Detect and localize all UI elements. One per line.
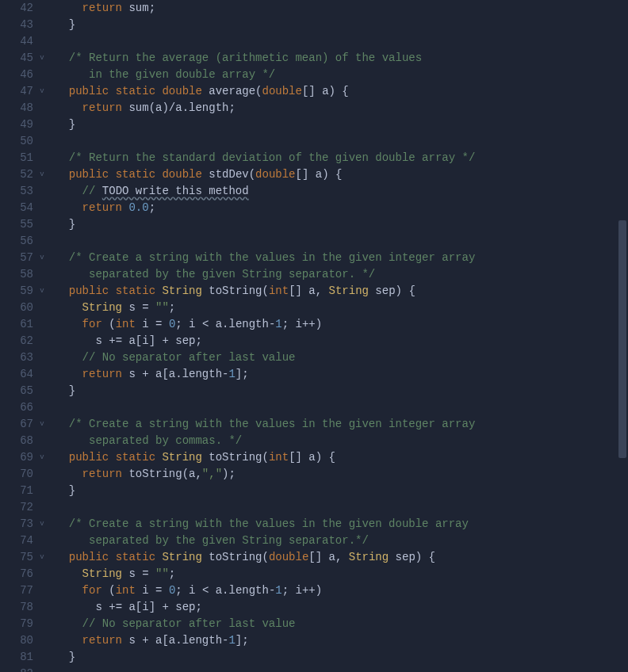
code-line[interactable]: 62 s += a[i] + sep;: [0, 333, 628, 349]
code-line[interactable]: 45v /* Return the average (arithmetic me…: [0, 50, 628, 67]
code-line[interactable]: 58 separated by the given String separat…: [0, 266, 628, 283]
fold-indicator[interactable]: v: [38, 50, 46, 67]
code-content[interactable]: for (int i = 0; i < a.length-1; i++): [46, 316, 322, 333]
fold-indicator[interactable]: v: [38, 283, 46, 300]
code-content[interactable]: public static String toString(int[] a) {: [46, 449, 335, 466]
code-line[interactable]: 79 // No separator after last value: [0, 616, 628, 632]
code-content[interactable]: [46, 399, 56, 416]
code-content[interactable]: separated by the given String separator.…: [46, 266, 375, 283]
code-content[interactable]: /* Create a string with the values in th…: [46, 416, 475, 433]
code-line[interactable]: 69v public static String toString(int[] …: [0, 449, 628, 466]
code-line[interactable]: 59v public static String toString(int[] …: [0, 283, 628, 300]
code-content[interactable]: in the given double array */: [46, 67, 275, 83]
code-content[interactable]: s += a[i] + sep;: [46, 333, 202, 349]
fold-indicator[interactable]: v: [38, 549, 46, 566]
code-line[interactable]: 71 }: [0, 483, 628, 499]
code-content[interactable]: s += a[i] + sep;: [46, 599, 202, 616]
code-content[interactable]: String s = "";: [46, 300, 175, 316]
fold-indicator: [38, 67, 46, 83]
code-line[interactable]: 60 String s = "";: [0, 300, 628, 316]
code-line[interactable]: 55 }: [0, 216, 628, 233]
code-content[interactable]: [46, 233, 56, 250]
code-content[interactable]: public static double stdDev(double[] a) …: [46, 166, 342, 183]
code-editor[interactable]: 42 return sum;43 }4445v /* Return the av…: [0, 0, 628, 672]
fold-indicator[interactable]: v: [38, 83, 46, 100]
vertical-scrollbar[interactable]: [617, 0, 628, 672]
code-line[interactable]: 81 }: [0, 649, 628, 666]
code-line[interactable]: 64 return s + a[a.length-1];: [0, 366, 628, 383]
code-content[interactable]: /* Create a string with the values in th…: [46, 250, 475, 266]
code-content[interactable]: return sum;: [46, 0, 155, 17]
code-content[interactable]: /* Return the standard deviation of the …: [46, 150, 475, 166]
code-line[interactable]: 77 for (int i = 0; i < a.length-1; i++): [0, 582, 628, 599]
code-content[interactable]: }: [46, 116, 75, 133]
code-content[interactable]: [46, 499, 56, 516]
fold-indicator[interactable]: v: [38, 250, 46, 266]
line-number: 49: [0, 116, 38, 133]
scrollbar-thumb[interactable]: [618, 220, 626, 458]
code-content[interactable]: }: [46, 383, 75, 399]
code-line[interactable]: 53 // TODO write this method: [0, 183, 628, 200]
code-content[interactable]: public static String toString(int[] a, S…: [46, 283, 415, 300]
code-content[interactable]: separated by the given String separator.…: [46, 533, 369, 549]
code-content[interactable]: return sum(a)/a.length;: [46, 100, 236, 116]
code-line[interactable]: 57v /* Create a string with the values i…: [0, 250, 628, 266]
code-content[interactable]: // TODO write this method: [46, 183, 249, 200]
code-line[interactable]: 46 in the given double array */: [0, 67, 628, 83]
code-line[interactable]: 48 return sum(a)/a.length;: [0, 100, 628, 116]
code-content[interactable]: [46, 33, 56, 50]
code-line[interactable]: 73v /* Create a string with the values i…: [0, 516, 628, 533]
code-line[interactable]: 61 for (int i = 0; i < a.length-1; i++): [0, 316, 628, 333]
code-line[interactable]: 52v public static double stdDev(double[]…: [0, 166, 628, 183]
code-content[interactable]: /* Create a string with the values in th…: [46, 516, 469, 533]
code-line[interactable]: 78 s += a[i] + sep;: [0, 599, 628, 616]
code-content[interactable]: for (int i = 0; i < a.length-1; i++): [46, 582, 322, 599]
fold-indicator[interactable]: v: [38, 516, 46, 533]
fold-indicator: [38, 499, 46, 516]
code-content[interactable]: }: [46, 216, 75, 233]
fold-indicator[interactable]: v: [38, 449, 46, 466]
code-line[interactable]: 51 /* Return the standard deviation of t…: [0, 150, 628, 166]
code-content[interactable]: // No separator after last value: [46, 349, 295, 366]
code-content[interactable]: [46, 133, 56, 150]
code-lines[interactable]: 42 return sum;43 }4445v /* Return the av…: [0, 0, 628, 672]
fold-indicator[interactable]: v: [38, 416, 46, 433]
code-line[interactable]: 43 }: [0, 17, 628, 33]
code-line[interactable]: 72: [0, 499, 628, 516]
code-content[interactable]: return s + a[a.length-1];: [46, 632, 249, 649]
code-line[interactable]: 42 return sum;: [0, 0, 628, 17]
code-line[interactable]: 74 separated by the given String separat…: [0, 533, 628, 549]
code-content[interactable]: public static double average(double[] a)…: [46, 83, 349, 100]
code-line[interactable]: 47v public static double average(double[…: [0, 83, 628, 100]
code-content[interactable]: return 0.0;: [46, 200, 155, 216]
code-content[interactable]: }: [46, 17, 75, 33]
code-line[interactable]: 82: [0, 666, 628, 672]
code-content[interactable]: String s = "";: [46, 566, 175, 582]
code-line[interactable]: 76 String s = "";: [0, 566, 628, 582]
code-line[interactable]: 56: [0, 233, 628, 250]
code-line[interactable]: 65 }: [0, 383, 628, 399]
code-line[interactable]: 80 return s + a[a.length-1];: [0, 632, 628, 649]
code-line[interactable]: 70 return toString(a,",");: [0, 466, 628, 483]
code-content[interactable]: public static String toString(double[] a…: [46, 549, 435, 566]
code-content[interactable]: /* Return the average (arithmetic mean) …: [46, 50, 422, 67]
code-line[interactable]: 75v public static String toString(double…: [0, 549, 628, 566]
code-content[interactable]: // No separator after last value: [46, 616, 295, 632]
code-content[interactable]: }: [46, 483, 75, 499]
code-line[interactable]: 44: [0, 33, 628, 50]
code-content[interactable]: }: [46, 649, 75, 666]
fold-indicator: [38, 349, 46, 366]
line-number: 72: [0, 499, 38, 516]
code-line[interactable]: 63 // No separator after last value: [0, 349, 628, 366]
code-line[interactable]: 68 separated by commas. */: [0, 433, 628, 449]
code-line[interactable]: 49 }: [0, 116, 628, 133]
code-content[interactable]: [46, 666, 56, 672]
code-content[interactable]: return toString(a,",");: [46, 466, 236, 483]
code-line[interactable]: 50: [0, 133, 628, 150]
fold-indicator[interactable]: v: [38, 166, 46, 183]
code-content[interactable]: separated by commas. */: [46, 433, 242, 449]
code-content[interactable]: return s + a[a.length-1];: [46, 366, 249, 383]
code-line[interactable]: 54 return 0.0;: [0, 200, 628, 216]
code-line[interactable]: 67v /* Create a string with the values i…: [0, 416, 628, 433]
code-line[interactable]: 66: [0, 399, 628, 416]
